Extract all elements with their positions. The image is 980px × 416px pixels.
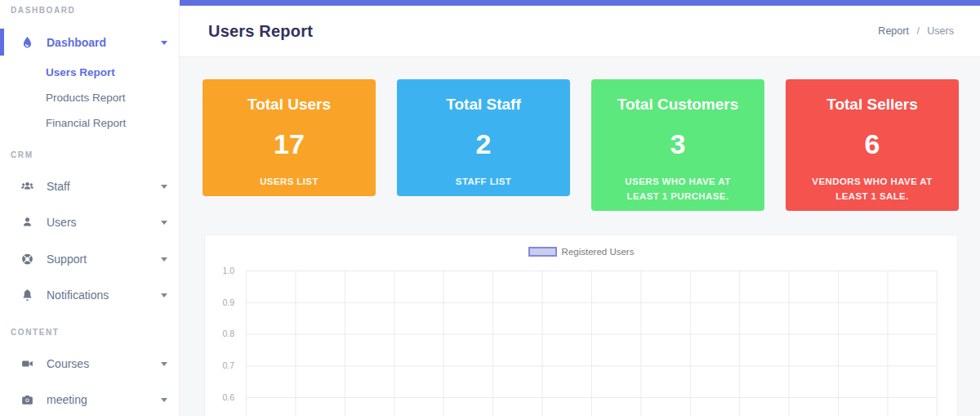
legend-label: Registered Users [562, 247, 635, 257]
page-title: Users Report [208, 22, 313, 41]
card-title: Total Users [203, 96, 376, 114]
sidebar-item-dashboard[interactable]: Dashboard [0, 30, 180, 55]
total-sellers-card[interactable]: Total Sellers 6 VENDORS WHO HAVE AT LEAS… [786, 79, 959, 211]
page-header: Users Report Report / Users [180, 6, 980, 57]
sidebar-subitem-products-report[interactable]: Products Report [0, 89, 180, 105]
sidebar-item-support[interactable]: Support [0, 247, 180, 271]
subitem-label: Financial Report [46, 117, 126, 129]
total-customers-card[interactable]: Total Customers 3 USERS WHO HAVE AT LEAS… [591, 79, 764, 211]
sidebar-section-content: CONTENT [11, 328, 60, 337]
user-icon [20, 216, 34, 230]
y-axis-tick: 0.9 [205, 297, 240, 307]
camera-icon [20, 393, 34, 407]
card-subtitle[interactable]: VENDORS WHO HAVE AT LEAST 1 SALE. [802, 175, 942, 204]
card-value: 6 [786, 128, 959, 160]
subitem-label: Users Report [46, 66, 115, 78]
card-value: 17 [203, 128, 376, 160]
sidebar-item-label: Users [47, 216, 77, 229]
chevron-down-icon [161, 185, 167, 189]
total-staff-card[interactable]: Total Staff 2 STAFF LIST [397, 79, 570, 196]
chevron-down-icon [161, 398, 167, 402]
breadcrumb-users-link[interactable]: Users [927, 25, 954, 37]
y-axis-tick: 0.7 [205, 360, 240, 370]
life-ring-icon [20, 253, 34, 266]
users-group-icon [20, 180, 34, 194]
chevron-down-icon [161, 41, 167, 45]
sidebar-item-label: Staff [47, 180, 70, 193]
sidebar-item-label: meeting [47, 393, 87, 406]
chevron-down-icon [161, 293, 167, 297]
card-title: Total Customers [591, 96, 764, 114]
top-accent-bar [180, 0, 980, 6]
card-subtitle[interactable]: USERS LIST [219, 175, 359, 190]
main-content: Total Users 17 USERS LIST Total Staff 2 … [180, 57, 980, 416]
sidebar-item-meeting[interactable]: meeting [0, 387, 180, 412]
breadcrumb-report-link[interactable]: Report [878, 25, 909, 37]
sidebar-section-crm: CRM [11, 150, 33, 159]
chevron-down-icon [161, 221, 167, 225]
sidebar-subitem-financial-report[interactable]: Financial Report [0, 114, 180, 131]
breadcrumb: Report / Users [878, 25, 954, 37]
card-title: Total Staff [397, 96, 570, 114]
sidebar-section-dashboard: DASHBOARD [11, 6, 75, 15]
card-value: 2 [397, 128, 570, 160]
card-title: Total Sellers [786, 96, 959, 114]
registered-users-chart-card: Registered Users 1.0 0.9 0.8 0.7 0.6 [204, 235, 958, 416]
sidebar-item-label: Support [47, 253, 87, 266]
sidebar-item-courses[interactable]: Courses [0, 351, 180, 376]
y-axis-tick: 0.6 [205, 392, 240, 402]
breadcrumb-separator: / [916, 25, 919, 37]
chart-plot-area [246, 271, 938, 416]
sidebar-item-staff[interactable]: Staff [0, 174, 180, 199]
chevron-down-icon [161, 257, 167, 262]
subitem-label: Products Report [46, 92, 126, 104]
chevron-down-icon [161, 362, 167, 366]
chart-legend-item[interactable]: Registered Users [205, 247, 957, 257]
y-axis-tick: 1.0 [205, 266, 240, 275]
video-camera-icon [20, 357, 34, 371]
sidebar: DASHBOARD Dashboard Users Report Product… [0, 0, 180, 416]
sidebar-item-label: Notifications [47, 289, 109, 302]
sidebar-subitem-users-report[interactable]: Users Report [0, 64, 180, 80]
sidebar-item-notifications[interactable]: Notifications [0, 283, 180, 307]
card-value: 3 [591, 128, 764, 160]
tint-icon [20, 36, 34, 50]
sidebar-item-users[interactable]: Users [0, 210, 180, 235]
card-subtitle[interactable]: USERS WHO HAVE AT LEAST 1 PURCHASE. [608, 175, 748, 204]
y-axis-tick: 0.8 [205, 329, 240, 338]
legend-swatch [528, 247, 557, 257]
bell-icon [20, 289, 34, 302]
sidebar-item-label: Courses [47, 357, 89, 370]
card-subtitle[interactable]: STAFF LIST [413, 175, 554, 190]
sidebar-item-label: Dashboard [47, 36, 106, 49]
total-users-card[interactable]: Total Users 17 USERS LIST [203, 79, 376, 196]
